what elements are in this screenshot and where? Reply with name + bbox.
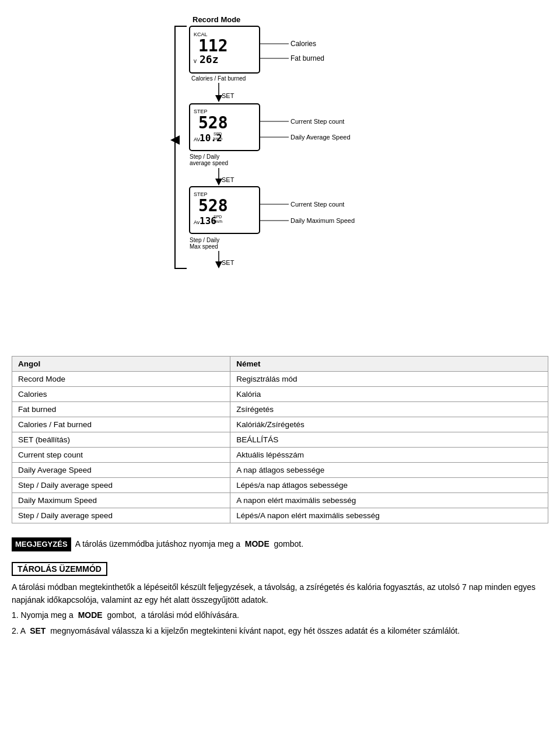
svg-text:26z: 26z [200,53,219,65]
svg-text:average speed: average speed [190,160,228,166]
diagram-svg: Record Mode KCAL 112 v 26z Calories Fat … [158,12,402,338]
row-9-col-2: A napon elért maximális sebesség [230,493,548,508]
svg-text:Step / Daily: Step / Daily [190,237,219,243]
svg-text:Step / Daily: Step / Daily [190,153,219,160]
row-3-col-1: Fat burned [12,402,230,417]
svg-text:Current Step count: Current Step count [290,118,344,125]
svg-text:Fat burned: Fat burned [290,54,324,62]
step1-bold1: MODE [78,610,103,620]
svg-text:SET: SET [222,259,235,266]
svg-text:Daily Maximum Speed: Daily Maximum Speed [290,217,355,224]
step1-text3: a tárolási mód előhívására. [141,610,239,620]
svg-text:Current Step count: Current Step count [290,201,344,208]
svg-text:SPD: SPD [214,132,222,136]
note-section: MEGJEGYZÉS A tárolás üzemmódba jutáshoz … [12,537,548,551]
svg-text:v: v [194,58,197,64]
row-1-col-2: Regisztrálás mód [230,372,548,387]
step1-number: 1. [12,610,19,620]
row-4-col-2: Kalóriák/Zsírégetés [230,417,548,432]
row-2-col-2: Kalória [230,387,548,402]
row-7-col-1: Daily Average Speed [12,463,230,478]
header-english: Angol [12,357,230,372]
note-mode-word: MODE [245,539,270,549]
storage-description: A tárolási módban megtekinthetők a lépés… [12,581,548,607]
row-2-col-1: Calories [12,387,230,402]
svg-text:Daily Average Speed: Daily Average Speed [290,134,351,141]
svg-text:Calories: Calories [290,40,316,48]
svg-text:Calories / Fat burned: Calories / Fat burned [191,75,246,82]
note-text2: gombot. [274,539,304,549]
storage-section: TÁROLÁS ÜZEMMÓD A tárolási módban megtek… [12,562,548,638]
row-5-col-2: BEÁLLÍTÁS [230,432,548,448]
translation-table: Angol Német Record Mode Regisztrálás mód… [12,356,548,523]
step2-text2: megnyomásával válassza ki a kijelzőn meg… [50,626,460,635]
svg-text:SPD: SPD [214,215,222,219]
svg-text:Max speed: Max speed [190,243,218,250]
row-6-col-2: Aktuális lépésszám [230,448,548,463]
svg-text:Record Mode: Record Mode [192,15,240,24]
storage-body: A tárolási módban megtekinthetők a lépés… [12,581,548,638]
row-10-col-1: Step / Daily average speed [12,508,230,523]
svg-text:528: 528 [198,196,228,215]
row-5-col-1: SET (beállítás) [12,432,230,448]
row-3-col-2: Zsírégetés [230,402,548,417]
row-7-col-2: A nap átlagos sebessége [230,463,548,478]
storage-step2: 2. A SET megnyomásával válassza ki a kij… [12,624,548,637]
step2-number: 2. [12,626,19,635]
row-4-col-1: Calories / Fat burned [12,417,230,432]
row-1-col-1: Record Mode [12,372,230,387]
step2-text: A [20,626,26,635]
note-label: MEGJEGYZÉS [12,537,71,551]
storage-step1: 1. Nyomja meg a MODE gombot, a tárolási … [12,609,548,621]
step2-bold1: SET [30,626,46,635]
svg-text:528: 528 [198,113,228,132]
row-10-col-2: Lépés/A napon elért maximális sebesség [230,508,548,523]
row-6-col-1: Current step count [12,448,230,463]
note-text: A tárolás üzemmódba jutáshoz nyomja meg … [75,539,240,549]
svg-text:km/h: km/h [214,219,222,223]
step1-text: Nyomja meg a [21,610,74,620]
row-9-col-1: Daily Maximum Speed [12,493,230,508]
svg-text:SET: SET [222,176,235,183]
storage-title: TÁROLÁS ÜZEMMÓD [12,562,107,576]
svg-text:km/h: km/h [214,137,222,141]
svg-text:SET: SET [222,92,235,99]
diagram-container: Record Mode KCAL 112 v 26z Calories Fat … [12,12,548,338]
header-german: Német [230,357,548,372]
step1-text2: gombot, [107,610,136,620]
row-8-col-2: Lépés/a nap átlagos sebessége [230,478,548,493]
row-8-col-1: Step / Daily average speed [12,478,230,493]
